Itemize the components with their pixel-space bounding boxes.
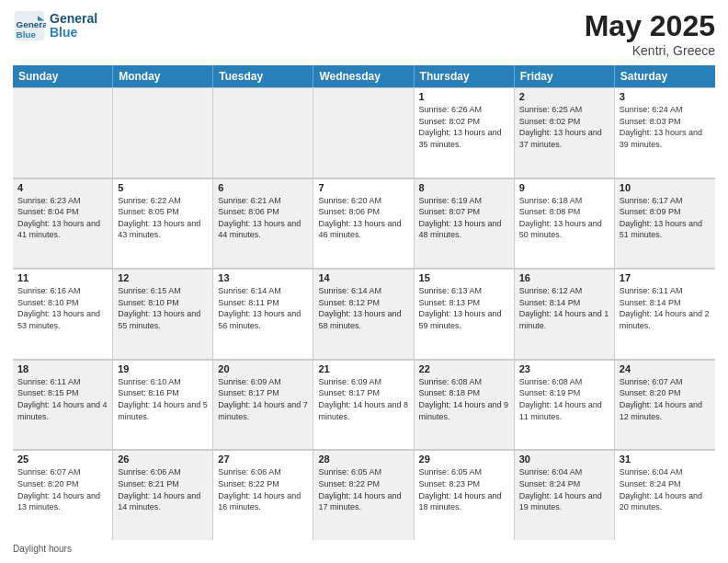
day-number: 8: [419, 182, 509, 193]
cell-info: Sunrise: 6:05 AM Sunset: 8:23 PM Dayligh…: [419, 466, 509, 512]
cell-info: Sunrise: 6:22 AM Sunset: 8:05 PM Dayligh…: [118, 195, 208, 241]
calendar: SundayMondayTuesdayWednesdayThursdayFrid…: [13, 65, 715, 540]
cell-info: Sunrise: 6:06 AM Sunset: 8:22 PM Dayligh…: [218, 466, 308, 512]
day-number: 11: [17, 272, 108, 283]
calendar-cell: 2Sunrise: 6:25 AM Sunset: 8:02 PM Daylig…: [515, 87, 615, 178]
day-number: 1: [419, 91, 509, 102]
calendar-cell: 22Sunrise: 6:08 AM Sunset: 8:18 PM Dayli…: [415, 360, 515, 450]
cell-info: Sunrise: 6:25 AM Sunset: 8:02 PM Dayligh…: [519, 104, 609, 150]
calendar-cell: 14Sunrise: 6:14 AM Sunset: 8:12 PM Dayli…: [313, 269, 414, 359]
cell-info: Sunrise: 6:12 AM Sunset: 8:14 PM Dayligh…: [519, 285, 609, 331]
cell-info: Sunrise: 6:26 AM Sunset: 8:02 PM Dayligh…: [419, 104, 509, 150]
calendar-cell: 3Sunrise: 6:24 AM Sunset: 8:03 PM Daylig…: [615, 87, 715, 178]
calendar-cell: 1Sunrise: 6:26 AM Sunset: 8:02 PM Daylig…: [415, 87, 515, 178]
day-number: 12: [118, 272, 208, 283]
day-number: 14: [318, 272, 408, 283]
day-number: 23: [519, 363, 609, 374]
cell-info: Sunrise: 6:19 AM Sunset: 8:07 PM Dayligh…: [419, 195, 509, 241]
day-number: 2: [519, 91, 609, 102]
calendar-cell: [13, 87, 113, 178]
day-number: 3: [620, 91, 711, 102]
header-day-monday: Monday: [113, 65, 213, 87]
calendar-cell: 6Sunrise: 6:21 AM Sunset: 8:06 PM Daylig…: [213, 178, 313, 269]
calendar-row-5: 25Sunrise: 6:07 AM Sunset: 8:20 PM Dayli…: [13, 450, 715, 540]
calendar-cell: 26Sunrise: 6:06 AM Sunset: 8:21 PM Dayli…: [113, 450, 213, 540]
cell-info: Sunrise: 6:17 AM Sunset: 8:09 PM Dayligh…: [620, 195, 711, 241]
day-number: 28: [318, 454, 408, 465]
cell-info: Sunrise: 6:07 AM Sunset: 8:20 PM Dayligh…: [17, 466, 108, 512]
cell-info: Sunrise: 6:08 AM Sunset: 8:18 PM Dayligh…: [419, 376, 509, 422]
cell-info: Sunrise: 6:09 AM Sunset: 8:17 PM Dayligh…: [218, 376, 308, 422]
cell-info: Sunrise: 6:24 AM Sunset: 8:03 PM Dayligh…: [620, 104, 711, 150]
calendar-cell: 10Sunrise: 6:17 AM Sunset: 8:09 PM Dayli…: [615, 178, 715, 269]
day-number: 9: [519, 182, 609, 193]
cell-info: Sunrise: 6:14 AM Sunset: 8:12 PM Dayligh…: [318, 285, 408, 331]
header-day-saturday: Saturday: [615, 65, 715, 87]
calendar-cell: 18Sunrise: 6:11 AM Sunset: 8:15 PM Dayli…: [13, 360, 113, 450]
cell-info: Sunrise: 6:08 AM Sunset: 8:19 PM Dayligh…: [519, 376, 609, 422]
calendar-row-4: 18Sunrise: 6:11 AM Sunset: 8:15 PM Dayli…: [13, 360, 715, 451]
calendar-cell: 17Sunrise: 6:11 AM Sunset: 8:14 PM Dayli…: [615, 269, 715, 359]
cell-info: Sunrise: 6:07 AM Sunset: 8:20 PM Dayligh…: [620, 376, 711, 422]
calendar-cell: 11Sunrise: 6:16 AM Sunset: 8:10 PM Dayli…: [13, 269, 113, 359]
svg-text:Blue: Blue: [17, 29, 37, 40]
logo: General Blue General Blue: [13, 9, 97, 42]
calendar-cell: 9Sunrise: 6:18 AM Sunset: 8:08 PM Daylig…: [515, 178, 615, 269]
day-number: 22: [419, 363, 509, 374]
day-number: 30: [519, 454, 609, 465]
calendar-row-1: 1Sunrise: 6:26 AM Sunset: 8:02 PM Daylig…: [13, 87, 715, 178]
month-title: May 2025: [585, 9, 715, 43]
calendar-header: SundayMondayTuesdayWednesdayThursdayFrid…: [13, 65, 715, 87]
day-number: 10: [620, 182, 711, 193]
calendar-cell: 4Sunrise: 6:23 AM Sunset: 8:04 PM Daylig…: [13, 178, 113, 269]
calendar-cell: 12Sunrise: 6:15 AM Sunset: 8:10 PM Dayli…: [113, 269, 213, 359]
calendar-cell: 30Sunrise: 6:04 AM Sunset: 8:24 PM Dayli…: [515, 450, 615, 540]
calendar-cell: 5Sunrise: 6:22 AM Sunset: 8:05 PM Daylig…: [113, 178, 213, 269]
calendar-cell: 27Sunrise: 6:06 AM Sunset: 8:22 PM Dayli…: [213, 450, 313, 540]
calendar-cell: 7Sunrise: 6:20 AM Sunset: 8:06 PM Daylig…: [313, 178, 414, 269]
cell-info: Sunrise: 6:13 AM Sunset: 8:13 PM Dayligh…: [419, 285, 509, 331]
day-number: 21: [318, 363, 408, 374]
day-number: 5: [118, 182, 208, 193]
day-number: 31: [620, 454, 711, 465]
header-day-sunday: Sunday: [13, 65, 113, 87]
logo-icon: General Blue: [13, 9, 46, 42]
cell-info: Sunrise: 6:21 AM Sunset: 8:06 PM Dayligh…: [218, 195, 308, 241]
cell-info: Sunrise: 6:06 AM Sunset: 8:21 PM Dayligh…: [118, 466, 208, 512]
cell-info: Sunrise: 6:18 AM Sunset: 8:08 PM Dayligh…: [519, 195, 609, 241]
footer-note: Daylight hours: [13, 544, 715, 554]
header-day-friday: Friday: [515, 65, 615, 87]
cell-info: Sunrise: 6:16 AM Sunset: 8:10 PM Dayligh…: [17, 285, 108, 331]
day-number: 20: [218, 363, 308, 374]
calendar-cell: 21Sunrise: 6:09 AM Sunset: 8:17 PM Dayli…: [313, 360, 414, 450]
cell-info: Sunrise: 6:04 AM Sunset: 8:24 PM Dayligh…: [519, 466, 609, 512]
day-number: 26: [118, 454, 208, 465]
calendar-cell: 23Sunrise: 6:08 AM Sunset: 8:19 PM Dayli…: [515, 360, 615, 450]
calendar-cell: 15Sunrise: 6:13 AM Sunset: 8:13 PM Dayli…: [415, 269, 515, 359]
cell-info: Sunrise: 6:20 AM Sunset: 8:06 PM Dayligh…: [318, 195, 408, 241]
cell-info: Sunrise: 6:11 AM Sunset: 8:15 PM Dayligh…: [17, 376, 108, 422]
calendar-cell: 20Sunrise: 6:09 AM Sunset: 8:17 PM Dayli…: [213, 360, 313, 450]
header-day-tuesday: Tuesday: [213, 65, 313, 87]
header: General Blue General Blue May 2025 Kentr…: [13, 9, 715, 58]
calendar-cell: [213, 87, 313, 178]
calendar-cell: [113, 87, 213, 178]
calendar-row-3: 11Sunrise: 6:16 AM Sunset: 8:10 PM Dayli…: [13, 269, 715, 360]
day-number: 24: [620, 363, 711, 374]
header-day-wednesday: Wednesday: [313, 65, 414, 87]
calendar-row-2: 4Sunrise: 6:23 AM Sunset: 8:04 PM Daylig…: [13, 178, 715, 270]
day-number: 19: [118, 363, 208, 374]
cell-info: Sunrise: 6:10 AM Sunset: 8:16 PM Dayligh…: [118, 376, 208, 422]
location: Kentri, Greece: [585, 43, 715, 58]
day-number: 18: [17, 363, 108, 374]
day-number: 4: [17, 182, 108, 193]
cell-info: Sunrise: 6:11 AM Sunset: 8:14 PM Dayligh…: [620, 285, 711, 331]
calendar-body: 1Sunrise: 6:26 AM Sunset: 8:02 PM Daylig…: [13, 87, 715, 540]
calendar-cell: 31Sunrise: 6:04 AM Sunset: 8:24 PM Dayli…: [615, 450, 715, 540]
page: General Blue General Blue May 2025 Kentr…: [0, 0, 728, 563]
cell-info: Sunrise: 6:04 AM Sunset: 8:24 PM Dayligh…: [620, 466, 711, 512]
cell-info: Sunrise: 6:14 AM Sunset: 8:11 PM Dayligh…: [218, 285, 308, 331]
day-number: 27: [218, 454, 308, 465]
day-number: 17: [620, 272, 711, 283]
logo-text: General Blue: [50, 12, 97, 40]
